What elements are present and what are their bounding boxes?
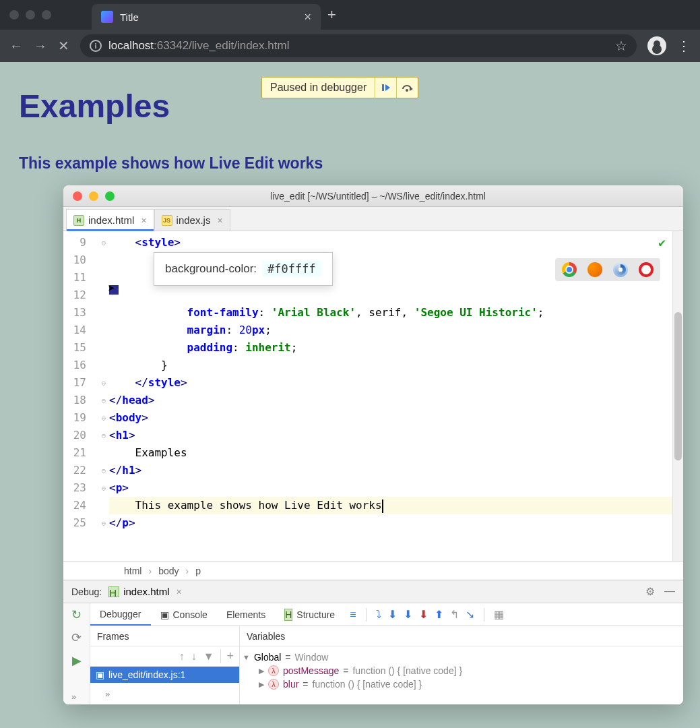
var-row[interactable]: ▶ λ postMessage = function () { [native … [243,664,680,677]
ide-maximize[interactable] [105,191,115,201]
variables-header: Variables [240,626,683,646]
threads-icon[interactable]: ≡ [350,609,356,621]
breadcrumb-item[interactable]: html [124,566,141,576]
window-minimize[interactable] [26,10,35,20]
chevron-right-icon: › [185,566,189,576]
tab-elements[interactable]: Elements [217,603,275,626]
js-file-icon: JS [162,215,172,226]
html-file-icon: H [73,215,84,226]
page-viewport: Paused in debugger Examples This example… [0,62,700,728]
expand-icon[interactable]: ▼ [243,653,250,661]
next-frame-icon[interactable]: ↓ [191,650,197,663]
inspection-ok-icon[interactable]: ✔ [658,235,666,249]
var-name: postMessage [283,665,339,676]
more-icon[interactable]: » [71,692,76,702]
close-tab-icon[interactable]: × [141,215,146,226]
url-port: :63342 [154,39,189,52]
fold-marker[interactable]: ⊖ [98,392,109,409]
window-maximize[interactable] [42,10,51,20]
close-icon[interactable]: × [177,586,182,597]
step-over-icon[interactable]: ⤵ [376,609,381,621]
profile-icon[interactable] [647,36,666,55]
menu-icon[interactable]: ⋮ [677,38,691,54]
forward-icon[interactable]: → [34,38,47,54]
expand-icon[interactable]: ▶ [259,680,264,689]
browser-tab[interactable]: Title × [92,4,321,30]
prev-frame-icon[interactable]: ↑ [179,650,185,663]
bookmark-icon[interactable]: ☆ [615,38,627,54]
safari-icon[interactable] [613,262,628,277]
fold-marker[interactable]: ⊖ [98,462,109,479]
fold-marker[interactable]: ⊖ [98,479,109,497]
variables-tree[interactable]: ▼ Global = Window ▶ λ postMessage = [240,646,683,704]
favicon-icon [101,11,113,23]
close-tab-icon[interactable]: × [304,10,311,24]
fold-marker[interactable]: ⊖ [98,514,109,532]
svg-marker-1 [385,84,390,91]
gear-icon[interactable]: ⚙ [645,585,655,598]
evaluate-icon[interactable]: ▦ [494,608,504,621]
chrome-icon[interactable] [562,262,577,277]
more-icon[interactable]: » [98,686,247,702]
line-number: 14 [63,322,98,339]
breadcrumb[interactable]: html › body › p [63,561,683,580]
var-row[interactable]: ▶ λ blur = function () { [native code] } [243,677,680,691]
site-info-icon[interactable]: i [90,40,102,52]
line-number: 9 [63,234,98,251]
scrollbar-thumb[interactable] [674,312,682,460]
debugger-paused-pill: Paused in debugger [261,77,418,98]
url-bar[interactable]: i localhost:63342/live_edit/index.html ☆ [80,34,637,57]
resume-icon[interactable]: ▶ [72,653,82,668]
step-out-icon[interactable]: ⬆ [435,608,443,621]
step-over-icon[interactable] [396,78,418,98]
fold-marker[interactable]: ⊖ [98,427,109,444]
ide-minimize[interactable] [89,191,98,201]
force-step-into-icon[interactable]: ⬇ [404,608,412,621]
line-number: 22 [63,462,98,479]
editor-tab-index-html[interactable]: H index.html × [66,209,154,231]
ide-titlebar[interactable]: live_edit [~/WS/untitled] – ~/WS/live_ed… [63,185,683,207]
minimize-icon[interactable]: — [664,585,675,598]
new-tab-button[interactable]: + [327,6,336,24]
var-row[interactable]: ▼ Global = Window [243,650,680,664]
window-close[interactable] [9,10,19,20]
filter-icon[interactable]: ▼ [203,650,214,663]
refresh-icon[interactable]: ⟳ [71,630,82,645]
code-area[interactable]: ✔ ➤ background-color: #f0ffff <style> re… [109,231,672,561]
frame-item[interactable]: ▣ live_edit/index.js:1 [90,667,239,683]
fold-marker[interactable]: ⊖ [98,374,109,392]
tooltip-value: #f0ffff [262,261,321,277]
resume-icon[interactable] [375,78,396,98]
debug-label: Debug: [71,586,102,597]
breadcrumb-item[interactable]: p [195,566,201,576]
gutter[interactable]: 9 10 11 12 13 14 15 16 17 18 19 20 21 22… [63,231,98,561]
back-icon[interactable]: ← [9,38,23,54]
editor[interactable]: 9 10 11 12 13 14 15 16 17 18 19 20 21 22… [63,231,683,561]
close-tab-icon[interactable]: × [217,215,222,226]
debug-run-config[interactable]: H index.html × [108,586,182,597]
fold-marker[interactable]: ⊖ [98,409,109,427]
editor-scrollbar[interactable] [672,231,683,561]
fold-marker[interactable]: ⊖ [98,234,109,251]
debug-body: ↻ ⟳ ▶ » Debugger ▣Console Elements HStru… [63,603,683,704]
drop-frame-icon[interactable]: ↰ [450,608,459,621]
expand-icon[interactable]: ▶ [259,667,264,675]
breadcrumb-item[interactable]: body [158,566,179,576]
opera-icon[interactable] [639,262,654,277]
add-icon[interactable]: + [220,649,234,663]
debug-side-toolbar: ↻ ⟳ ▶ » [63,603,90,704]
tab-structure[interactable]: HStructure [275,603,344,626]
step-into-icon[interactable]: ⬇ [388,608,397,621]
tab-debugger[interactable]: Debugger [90,603,151,626]
window-controls [9,10,51,20]
tab-title: Title [120,11,297,23]
tab-console[interactable]: ▣Console [151,603,217,626]
editor-tab-index-js[interactable]: JS index.js × [154,209,230,231]
run-to-cursor-icon[interactable]: ↘ [466,608,474,621]
line-number: 23 [63,479,98,497]
rerun-icon[interactable]: ↻ [71,607,82,622]
step-into-my-code-icon[interactable]: ⬇ [419,608,428,621]
ide-close[interactable] [73,191,82,201]
firefox-icon[interactable] [587,262,602,277]
stop-icon[interactable]: ✕ [58,38,69,54]
